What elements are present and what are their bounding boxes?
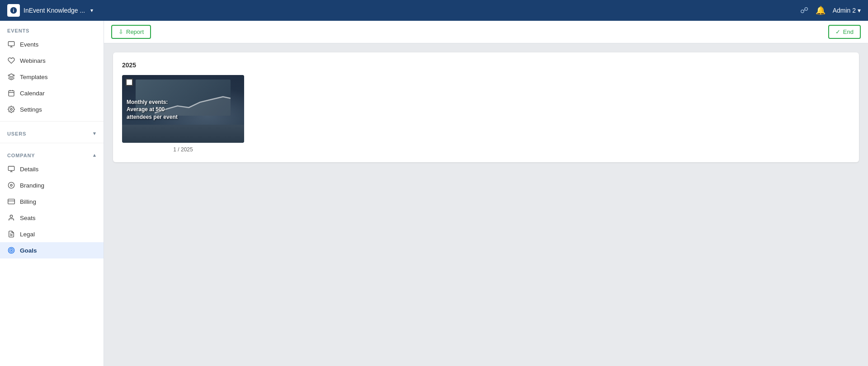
sidebar-item-events[interactable]: Events [0, 36, 104, 52]
svg-point-23 [11, 250, 12, 251]
templates-icon [7, 73, 15, 81]
calendar-icon [7, 89, 15, 97]
sidebar-item-label: Webinars [20, 57, 46, 64]
sidebar-item-seats[interactable]: Seats [0, 210, 104, 226]
svg-point-22 [9, 249, 13, 252]
user-name: Admin 2 [833, 7, 856, 14]
events-section-label: EVENTS [0, 21, 104, 36]
event-text-line1: Monthly events: [127, 99, 178, 106]
seats-icon [7, 214, 15, 222]
toolbar: ⇩ Report ✓ End [104, 21, 868, 43]
keyboard-area [122, 125, 244, 143]
company-section-toggle[interactable]: COMPANY ▴ [0, 147, 104, 161]
report-icon: ⇩ [118, 28, 123, 35]
sidebar-divider-1 [0, 121, 104, 122]
sidebar-item-label: Goals [20, 247, 37, 254]
app-title: InEvent Knowledge ... [24, 7, 85, 14]
branding-icon [7, 181, 15, 189]
goals-icon [7, 246, 15, 254]
svg-point-18 [10, 215, 12, 217]
report-label: Report [126, 28, 144, 35]
report-button[interactable]: ⇩ Report [111, 25, 151, 39]
svg-marker-5 [8, 74, 14, 77]
webinars-icon [7, 56, 15, 65]
sidebar-item-label: Billing [20, 198, 36, 205]
bell-icon[interactable]: 🔔 [816, 5, 826, 15]
topnav-left: i InEvent Knowledge ... ▾ [7, 4, 93, 17]
company-chevron: ▴ [93, 152, 96, 158]
svg-point-15 [10, 184, 12, 186]
sidebar-item-label: Legal [20, 231, 35, 238]
notifications-icon[interactable]: ☍ [800, 5, 808, 15]
sidebar-item-legal[interactable]: Legal [0, 226, 104, 242]
sidebar-item-label: Events [20, 41, 38, 48]
sidebar-item-label: Branding [20, 182, 44, 189]
svg-point-10 [10, 108, 12, 110]
sidebar-item-settings[interactable]: Settings [0, 101, 104, 117]
sidebar-item-details[interactable]: Details [0, 161, 104, 177]
event-thumbnail-wrapper: Monthly events: Average at 500 attendees… [122, 75, 244, 153]
svg-rect-16 [8, 199, 15, 204]
sidebar-item-label: Templates [20, 74, 48, 80]
sidebar-item-billing[interactable]: Billing [0, 193, 104, 210]
event-card: 2025 [113, 52, 859, 162]
user-menu[interactable]: Admin 2 ▾ [833, 7, 861, 14]
sidebar-item-label: Details [20, 166, 38, 173]
event-count: 1 / 2025 [122, 146, 244, 153]
event-text-line2: Average at 500 [127, 106, 178, 113]
app-logo[interactable]: i [7, 4, 20, 17]
app-title-chevron[interactable]: ▾ [90, 7, 93, 14]
svg-rect-11 [8, 166, 14, 170]
company-section-label: COMPANY [7, 153, 35, 158]
sidebar-item-webinars[interactable]: Webinars [0, 52, 104, 69]
event-text-line3: attendees per event [127, 113, 178, 121]
top-navigation: i InEvent Knowledge ... ▾ ☍ 🔔 Admin 2 ▾ [0, 0, 868, 21]
end-label: End [843, 28, 854, 35]
users-section-toggle[interactable]: USERS ▾ [0, 125, 104, 139]
user-chevron: ▾ [858, 7, 861, 14]
checkmark-icon: ✓ [835, 28, 840, 35]
legal-icon [7, 230, 15, 238]
sidebar-item-label: Calendar [20, 90, 45, 97]
content-area: 2025 [104, 43, 868, 366]
svg-rect-6 [9, 91, 14, 96]
sidebar: EVENTS Events Webinars Templates Calenda… [0, 21, 104, 366]
svg-point-14 [8, 182, 14, 188]
monitor-icon [7, 40, 15, 48]
users-section-label: USERS [7, 131, 26, 136]
svg-text:i: i [13, 8, 14, 13]
event-thumbnail[interactable]: Monthly events: Average at 500 attendees… [122, 75, 244, 143]
sidebar-item-templates[interactable]: Templates [0, 69, 104, 85]
sidebar-item-goals[interactable]: Goals [0, 242, 104, 258]
sidebar-item-branding[interactable]: Branding [0, 177, 104, 193]
sidebar-divider-2 [0, 143, 104, 143]
users-chevron: ▾ [93, 131, 96, 136]
main-content: ⇩ Report ✓ End 2025 [104, 21, 868, 366]
sidebar-item-label: Settings [20, 106, 42, 113]
billing-icon [7, 197, 15, 206]
end-button[interactable]: ✓ End [828, 25, 861, 39]
settings-icon [7, 105, 15, 113]
sidebar-item-label: Seats [20, 215, 36, 221]
details-icon [7, 165, 15, 173]
event-year: 2025 [122, 61, 850, 69]
sidebar-item-calendar[interactable]: Calendar [0, 85, 104, 101]
svg-rect-2 [8, 42, 14, 46]
topnav-right: ☍ 🔔 Admin 2 ▾ [800, 5, 861, 15]
event-checkbox[interactable] [126, 79, 133, 86]
event-text-overlay: Monthly events: Average at 500 attendees… [127, 99, 178, 121]
